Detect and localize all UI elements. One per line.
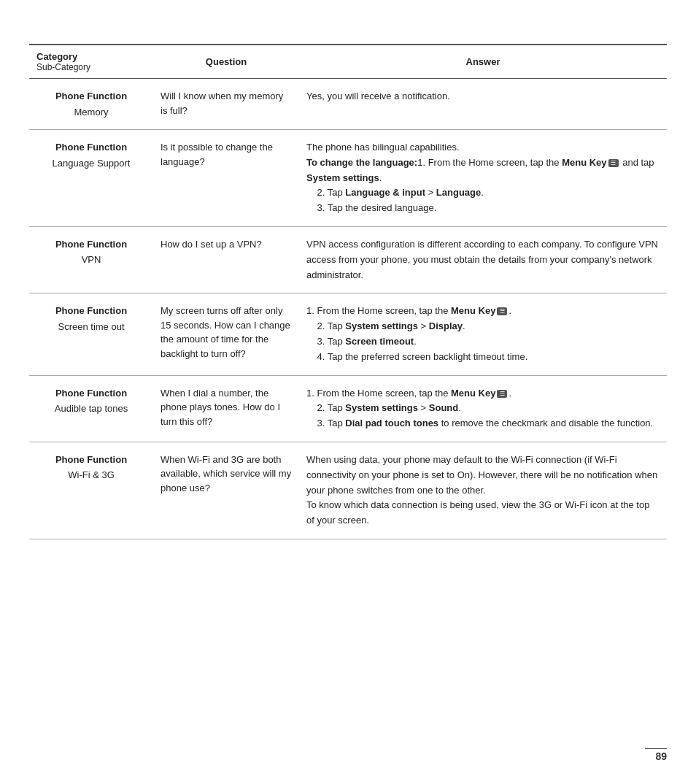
table-row: Phone FunctionVPNHow do I set up a VPN?V… [29, 226, 667, 293]
page-number-container: 89 [645, 748, 667, 762]
category-cell: Phone FunctionVPN [29, 226, 153, 293]
question-cell: Is it possible to change the language? [153, 130, 299, 227]
category-main: Phone Function [36, 304, 146, 318]
category-sub: Screen time out [36, 320, 146, 334]
category-cell: Phone FunctionScreen time out [29, 293, 153, 375]
category-cell: Phone FunctionAudible tap tones [29, 375, 153, 442]
category-main: Phone Function [36, 453, 146, 467]
faq-table: Category Sub-Category Question Answer Ph… [29, 44, 667, 539]
page-container: Category Sub-Category Question Answer Ph… [0, 0, 696, 583]
question-cell: How do I set up a VPN? [153, 226, 299, 293]
category-sub: Memory [36, 105, 146, 120]
col-header-question: Question [153, 45, 299, 79]
category-cell: Phone FunctionLanguage Support [29, 130, 153, 227]
answer-cell: VPN access configuration is different ac… [299, 226, 667, 293]
page-number: 89 [645, 748, 667, 762]
category-main: Phone Function [36, 140, 146, 155]
question-cell: Will I know when my memory is full? [153, 79, 299, 130]
category-main: Phone Function [36, 89, 146, 104]
table-row: Phone FunctionWi-Fi & 3GWhen Wi-Fi and 3… [29, 442, 667, 539]
table-row: Phone FunctionMemoryWill I know when my … [29, 79, 667, 130]
col-header-category-main: Category [36, 51, 146, 62]
category-sub: Audible tap tones [36, 401, 146, 416]
col-header-category-sub: Sub-Category [36, 62, 146, 72]
category-cell: Phone FunctionWi-Fi & 3G [29, 442, 153, 539]
category-cell: Phone FunctionMemory [29, 79, 153, 130]
category-sub: Wi-Fi & 3G [36, 468, 146, 483]
answer-cell: 1. From the Home screen, tap the Menu Ke… [299, 375, 667, 442]
col-header-answer: Answer [299, 45, 667, 79]
category-sub: VPN [36, 253, 146, 267]
question-cell: My screen turns off after only 15 second… [153, 293, 299, 375]
answer-cell: When using data, your phone may default … [299, 442, 667, 539]
category-sub: Language Support [36, 156, 146, 171]
category-main: Phone Function [36, 237, 146, 252]
question-cell: When I dial a number, the phone plays to… [153, 375, 299, 442]
answer-cell: 1. From the Home screen, tap the Menu Ke… [299, 293, 667, 375]
col-header-category: Category Sub-Category [29, 45, 153, 79]
answer-cell: The phone has bilingual capabilities.To … [299, 130, 667, 227]
category-main: Phone Function [36, 386, 146, 401]
table-row: Phone FunctionAudible tap tonesWhen I di… [29, 375, 667, 442]
table-header-row: Category Sub-Category Question Answer [29, 45, 667, 79]
answer-cell: Yes, you will receive a notification. [299, 79, 667, 130]
table-row: Phone FunctionLanguage SupportIs it poss… [29, 130, 667, 227]
question-cell: When Wi-Fi and 3G are both available, wh… [153, 442, 299, 539]
table-row: Phone FunctionScreen time outMy screen t… [29, 293, 667, 375]
